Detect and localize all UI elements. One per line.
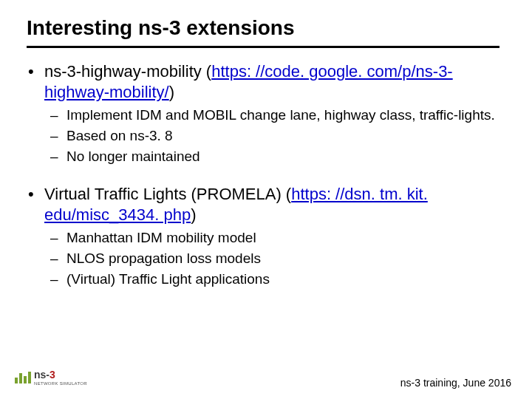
logo-ns: ns (34, 369, 46, 381)
logo-caption: NETWORK SIMULATOR (34, 381, 87, 386)
slide: Interesting ns-3 extensions ns-3-highway… (0, 0, 532, 399)
bullet-item: ns-3-highway-mobility (https: //code. go… (27, 61, 510, 165)
sub-item: Manhattan IDM mobility model (50, 229, 510, 247)
ns3-logo: ns-3 NETWORK SIMULATOR (15, 369, 87, 386)
footer-text: ns-3 training, June 2016 (400, 377, 511, 389)
sub-item: No longer maintained (50, 148, 510, 166)
bullet-list: ns-3-highway-mobility (https: //code. go… (27, 61, 510, 288)
bullet-item: Virtual Traffic Lights (PROMELA) (https:… (27, 184, 510, 287)
bullet-tail: ) (169, 83, 174, 101)
bullet-tail: ) (191, 205, 196, 224)
bullet-lead: Virtual Traffic Lights (PROMELA) ( (44, 185, 291, 203)
sub-item: Based on ns-3. 8 (50, 127, 510, 145)
logo-three: 3 (50, 369, 55, 381)
sub-item: (Virtual) Traffic Light applications (50, 270, 510, 288)
logo-text-block: ns-3 NETWORK SIMULATOR (34, 369, 87, 386)
sub-list: Manhattan IDM mobility model NLOS propag… (50, 229, 510, 287)
sub-list: Implement IDM and MOBIL change lane, hig… (50, 106, 510, 165)
sub-item: Implement IDM and MOBIL change lane, hig… (50, 106, 510, 124)
logo-bars-icon (15, 372, 31, 383)
title-rule (27, 46, 499, 48)
sub-item: NLOS propagation loss models (50, 250, 510, 267)
bullet-lead: ns-3-highway-mobility ( (44, 62, 211, 81)
slide-title: Interesting ns-3 extensions (27, 16, 510, 40)
